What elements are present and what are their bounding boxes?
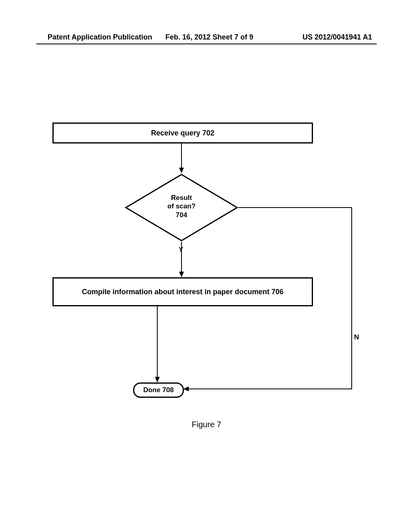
flow-step-706-label: Compile information about interest in pa… — [82, 288, 284, 296]
dec704-line2: of scan? — [167, 202, 196, 210]
edge-label-yes: Y — [179, 246, 183, 254]
flow-decision-704-label: Result of scan? 704 — [125, 193, 238, 219]
flow-terminator-708-label: Done 708 — [143, 386, 174, 394]
header-rule — [36, 44, 377, 44]
dec704-line3: 704 — [176, 211, 187, 219]
flow-step-706: Compile information about interest in pa… — [52, 277, 313, 306]
header-center-text: Feb. 16, 2012 Sheet 7 of 9 — [165, 33, 253, 42]
header-right-text: US 2012/0041941 A1 — [302, 33, 372, 42]
figure-caption: Figure 7 — [0, 420, 413, 429]
header-left-text: Patent Application Publication — [48, 33, 152, 42]
flow-step-702-label: Receive query 702 — [151, 129, 214, 137]
dec704-line1: Result — [171, 194, 192, 202]
flow-step-702: Receive query 702 — [52, 123, 313, 143]
edge-label-no: N — [354, 333, 359, 341]
flow-terminator-708: Done 708 — [133, 382, 184, 398]
page: Patent Application Publication Feb. 16, … — [0, 0, 413, 532]
flow-arrows — [0, 0, 413, 532]
